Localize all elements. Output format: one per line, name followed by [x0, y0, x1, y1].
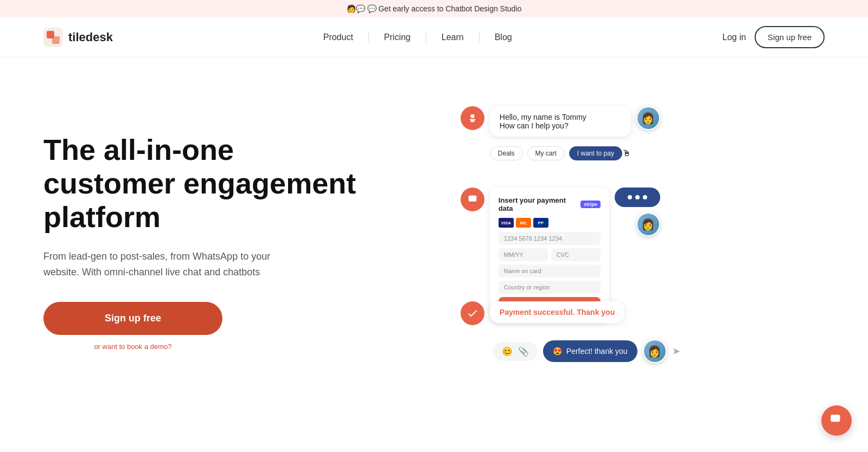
announcement-bar: 🧑‍💬 💬 Get early access to Chatbot Design…: [0, 0, 868, 17]
typing-dot-2: [635, 195, 640, 199]
emoji-icon: 😊: [502, 346, 513, 357]
attach-icon: 📎: [518, 346, 529, 357]
typing-bubble: [615, 188, 660, 207]
nav-item-blog[interactable]: Blog: [486, 28, 521, 47]
final-text: Perfect! thank you: [566, 347, 628, 356]
bot-avatar-1: [461, 106, 484, 130]
hero-cta-button[interactable]: Sign up free: [43, 302, 222, 335]
nav: Product Pricing Learn Blog: [315, 28, 521, 47]
svg-rect-4: [469, 119, 475, 120]
quick-replies: Deals My cart I want to pay 🖱: [490, 146, 631, 160]
hero-illustration: Hello, my name is TommyHow can I help yo…: [450, 106, 825, 377]
cursor-icon: 🖱: [622, 148, 631, 160]
logo-text: tiledesk: [68, 30, 113, 44]
logo[interactable]: tiledesk: [43, 28, 113, 47]
typing-dot-1: [628, 195, 632, 199]
chat-icon: [829, 414, 844, 428]
user-avatar-1: 👩: [636, 106, 660, 130]
final-emoji: 😍: [553, 347, 562, 356]
chat-mockup: Hello, my name is TommyHow can I help yo…: [450, 106, 825, 377]
svg-rect-7: [469, 198, 471, 201]
card-number-placeholder: 1234 5678 1234 1234: [504, 235, 562, 242]
qr-cart[interactable]: My cart: [527, 146, 565, 160]
nav-item-learn[interactable]: Learn: [433, 28, 473, 47]
success-text: Payment successful. Thank you: [500, 308, 615, 317]
cvc-field[interactable]: CVC: [551, 248, 601, 261]
qr-deals[interactable]: Deals: [490, 146, 523, 160]
payment-row-expiry-cvc: MM/YY CVC: [499, 248, 601, 261]
svg-rect-5: [470, 120, 474, 122]
announcement-text: Get early access to Chatbot Design Studi…: [378, 4, 521, 13]
payment-title: Insert your payment data: [499, 196, 580, 212]
typing-dot-3: [643, 195, 647, 199]
hero-subtitle: From lead-gen to post-sales, from WhatsA…: [43, 249, 304, 280]
country-field[interactable]: Country or region: [499, 281, 601, 294]
bot-avatar-2: [461, 188, 484, 211]
payment-icons: VISA MC PP: [499, 218, 601, 228]
svg-rect-8: [831, 415, 840, 422]
qr-pay[interactable]: I want to pay: [569, 146, 622, 160]
nav-item-pricing[interactable]: Pricing: [375, 28, 419, 47]
bot-avatar-3: [461, 301, 484, 325]
header: tiledesk Product Pricing Learn Blog Log …: [0, 17, 868, 57]
name-field[interactable]: Name on card: [499, 264, 601, 277]
nav-divider-1: [368, 32, 369, 43]
card-number-field[interactable]: 1234 5678 1234 1234: [499, 232, 601, 245]
nav-divider-3: [479, 32, 480, 43]
svg-point-3: [470, 114, 474, 118]
svg-rect-2: [52, 36, 60, 44]
nav-divider-2: [426, 32, 426, 43]
announcement-emoji: 🧑‍💬 💬: [347, 4, 376, 13]
floating-chat-button[interactable]: [821, 405, 852, 436]
logo-icon: [43, 28, 63, 47]
svg-rect-10: [832, 419, 837, 420]
nav-item-product[interactable]: Product: [315, 28, 362, 47]
hero-title: The all-in-one customer engagement platf…: [43, 133, 369, 234]
success-bubble: Payment successful. Thank you: [490, 301, 624, 323]
cvc-placeholder: CVC: [557, 251, 569, 258]
hero-section: The all-in-one customer engagement platf…: [0, 57, 868, 437]
send-icon: ➤: [672, 345, 680, 357]
name-placeholder: Name on card: [504, 268, 541, 274]
chat-row-final: 😊 📎 😍 Perfect! thank you 👩 ➤: [493, 339, 680, 363]
expiry-placeholder: MM/YY: [504, 251, 524, 258]
chat-row-greeting: Hello, my name is TommyHow can I help yo…: [461, 106, 660, 160]
header-signup-button[interactable]: Sign up free: [755, 26, 825, 48]
hero-content: The all-in-one customer engagement platf…: [43, 133, 369, 351]
country-placeholder: Country or region: [504, 284, 550, 290]
payment-card-header: Insert your payment data stripe: [499, 196, 601, 212]
final-bubble: 😍 Perfect! thank you: [543, 340, 637, 362]
expiry-field[interactable]: MM/YY: [499, 248, 548, 261]
svg-rect-6: [468, 196, 476, 202]
chat-row-success: Payment successful. Thank you: [461, 301, 624, 325]
greeting-bubble: Hello, my name is TommyHow can I help yo…: [490, 106, 631, 137]
greeting-text: Hello, my name is TommyHow can I help yo…: [500, 113, 586, 130]
user-avatar-2: 👩: [636, 212, 660, 236]
header-actions: Log in Sign up free: [723, 26, 825, 48]
user-avatar-3: 👩: [643, 339, 667, 363]
demo-link[interactable]: or want to book a demo?: [43, 343, 222, 351]
login-button[interactable]: Log in: [723, 33, 746, 42]
svg-rect-9: [832, 416, 834, 417]
stripe-badge: stripe: [580, 201, 601, 208]
